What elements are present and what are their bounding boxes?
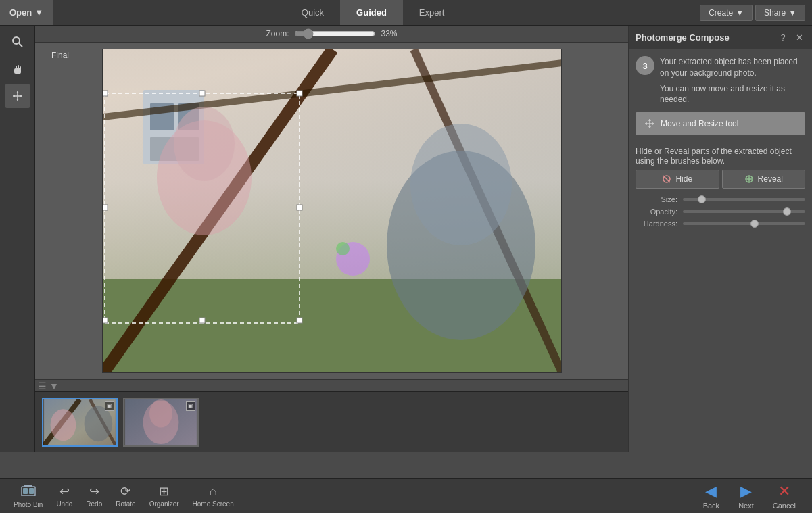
canvas-content: Final [35, 43, 628, 379]
step-description: Your extracted object has been placed on… [660, 56, 805, 105]
svg-rect-27 [103, 91, 108, 96]
svg-rect-4 [18, 65, 19, 69]
hardness-slider-thumb[interactable] [750, 220, 759, 228]
panel-help-button[interactable]: ? [777, 31, 789, 43]
magnify-tool-button[interactable] [5, 30, 30, 54]
undo-button[interactable]: ↩ Undo [49, 481, 79, 510]
svg-marker-11 [20, 95, 22, 97]
opacity-slider-thumb[interactable] [783, 207, 791, 216]
tab-quick[interactable]: Quick [285, 0, 340, 25]
expand-icon[interactable]: ▼ [49, 381, 59, 391]
svg-point-41 [85, 406, 113, 441]
tab-expert[interactable]: Expert [403, 0, 461, 25]
next-button[interactable]: ▶ Next [729, 480, 763, 512]
back-label: Back [703, 502, 719, 510]
zoom-label: Zoom: [266, 29, 289, 39]
hardness-label: Hardness: [636, 220, 677, 228]
redo-button[interactable]: ↪ Redo [79, 481, 109, 510]
back-button[interactable]: ◀ Back [694, 480, 729, 512]
photo-background [103, 49, 561, 372]
panel-title: Photomerge Compose [636, 32, 730, 43]
filmstrip-thumb-1[interactable]: ▣ [42, 398, 118, 447]
filmstrip-thumb-icon-2: ▣ [186, 401, 195, 411]
magnify-icon [11, 36, 24, 48]
svg-marker-49 [645, 122, 647, 125]
step-text-2: You can now move and resize it as needed… [660, 83, 805, 106]
hand-icon [11, 63, 24, 75]
filmstrip-thumb-icon-1: ▣ [105, 401, 114, 411]
tent-overlay [103, 49, 561, 372]
hide-brush-icon [662, 174, 671, 184]
create-button[interactable]: Create ▼ [700, 5, 753, 21]
redo-label: Redo [86, 500, 102, 508]
main-layout: Zoom: 33% Final [0, 26, 812, 452]
size-slider-thumb[interactable] [698, 195, 706, 203]
svg-marker-10 [13, 95, 15, 97]
size-slider-row: Size: [636, 195, 805, 203]
svg-marker-47 [648, 119, 651, 121]
svg-point-0 [13, 37, 20, 44]
open-button[interactable]: Open ▼ [0, 0, 53, 25]
svg-rect-5 [20, 66, 21, 70]
move-resize-tool-button[interactable]: Move and Resize tool [636, 112, 805, 135]
hardness-slider-row: Hardness: [636, 220, 805, 228]
divider-1 [636, 141, 805, 141]
next-label: Next [738, 502, 754, 510]
canvas-area: Zoom: 33% Final [35, 26, 628, 452]
photo-bin-button[interactable]: Photo Bin [7, 481, 49, 511]
move-tool-button[interactable] [5, 84, 30, 108]
open-caret-icon: ▼ [34, 7, 43, 18]
panel-header: Photomerge Compose ? ✕ [629, 26, 812, 49]
brush-section: Hide or Reveal parts of the extracted ob… [636, 147, 805, 228]
right-panel: Photomerge Compose ? ✕ 3 Your extracted … [628, 26, 812, 452]
cancel-button[interactable]: ✕ Cancel [763, 480, 805, 512]
step-row: 3 Your extracted object has been placed … [636, 56, 805, 105]
svg-rect-58 [23, 488, 28, 494]
organizer-label: Organizer [149, 500, 179, 508]
next-icon: ▶ [740, 483, 752, 500]
home-screen-icon: ⌂ [210, 485, 217, 499]
filmstrip: ▣ ▣ [35, 391, 628, 452]
zoom-slider[interactable] [294, 28, 375, 39]
home-screen-button[interactable]: ⌂ Home Screen [186, 482, 241, 510]
panel-close-button[interactable]: ✕ [793, 31, 805, 43]
move-resize-tool-label: Move and Resize tool [661, 119, 738, 128]
left-toolbar [0, 26, 35, 452]
cancel-label: Cancel [773, 502, 796, 510]
organizer-button[interactable]: ⊞ Organizer [143, 481, 186, 510]
filmstrip-thumb-2[interactable]: ▣ [123, 398, 199, 447]
rotate-button[interactable]: ⟳ Rotate [109, 481, 142, 510]
move-resize-tool-icon [644, 118, 655, 129]
svg-rect-30 [297, 205, 302, 210]
svg-rect-3 [16, 66, 17, 70]
panel-body: 3 Your extracted object has been placed … [629, 49, 812, 452]
hand-tool-button[interactable] [5, 57, 30, 81]
undo-icon: ↩ [59, 484, 70, 499]
svg-rect-31 [297, 318, 302, 323]
reveal-brush-icon [744, 174, 754, 184]
opacity-slider-track [683, 210, 805, 213]
tab-guided[interactable]: Guided [340, 0, 403, 25]
rotate-icon: ⟳ [120, 484, 130, 499]
reveal-brush-button[interactable]: Reveal [722, 170, 806, 189]
svg-line-1 [19, 43, 22, 47]
bottom-toolbar: Photo Bin ↩ Undo ↪ Redo ⟳ Rotate ⊞ Organ… [0, 478, 812, 513]
step-text-1: Your extracted object has been placed on… [660, 56, 805, 79]
zoom-value: 33% [381, 29, 397, 39]
list-view-icon[interactable]: ☰ [38, 381, 47, 391]
photo-canvas [102, 49, 562, 373]
rotate-label: Rotate [116, 500, 135, 508]
hide-brush-button[interactable]: Hide [636, 170, 719, 189]
size-label: Size: [636, 195, 677, 203]
svg-rect-57 [24, 485, 32, 487]
home-screen-label: Home Screen [193, 500, 234, 508]
brush-buttons: Hide Reveal [636, 170, 805, 189]
photo-bin-icon [21, 484, 36, 499]
svg-marker-9 [16, 99, 19, 101]
svg-marker-50 [652, 122, 654, 125]
photo-bin-label: Photo Bin [14, 501, 43, 508]
share-button[interactable]: Share ▼ [755, 5, 805, 21]
zoom-bar: Zoom: 33% [35, 26, 628, 43]
move-resize-icon [11, 90, 24, 102]
svg-marker-8 [16, 91, 19, 93]
